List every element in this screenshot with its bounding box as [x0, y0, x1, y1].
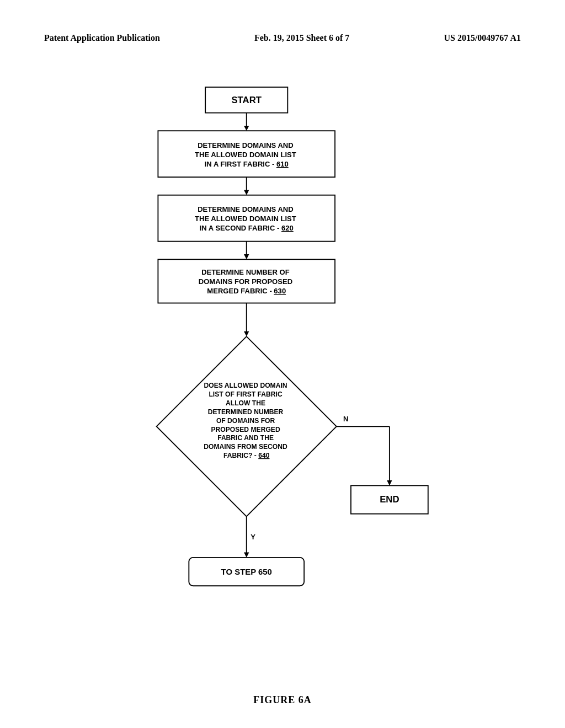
figure-caption: FIGURE 6A	[253, 694, 312, 706]
arrowhead-630-640	[244, 331, 249, 336]
step650-label: TO STEP 650	[221, 568, 272, 576]
decision640-text: DOES ALLOWED DOMAIN LIST OF FIRST FABRIC…	[204, 382, 289, 459]
yes-label: Y	[250, 533, 255, 541]
end-label: END	[380, 494, 399, 505]
step620-text: DETERMINE DOMAINS AND THE ALLOWED DOMAIN…	[195, 205, 298, 232]
flowchart-container: START DETERMINE DOMAINS AND THE ALLOWED …	[0, 72, 565, 678]
arrowhead-610-620	[244, 190, 249, 195]
step630-text: DETERMINE NUMBER OF DOMAINS FOR PROPOSED…	[199, 268, 295, 295]
header-right: US 2015/0049767 A1	[444, 33, 521, 43]
no-label: N	[343, 415, 348, 423]
start-label: START	[231, 95, 262, 105]
step610-text: DETERMINE DOMAINS AND THE ALLOWED DOMAIN…	[195, 141, 298, 168]
arrowhead-no-down	[387, 480, 392, 485]
arrowhead-start-610	[244, 126, 249, 131]
arrowhead-620-630	[244, 254, 249, 259]
page-header: Patent Application Publication Feb. 19, …	[0, 33, 565, 43]
header-center: Feb. 19, 2015 Sheet 6 of 7	[254, 33, 349, 43]
header-left: Patent Application Publication	[44, 33, 160, 43]
arrowhead-yes-down	[244, 553, 249, 558]
flowchart-svg: START DETERMINE DOMAINS AND THE ALLOWED …	[0, 72, 565, 678]
